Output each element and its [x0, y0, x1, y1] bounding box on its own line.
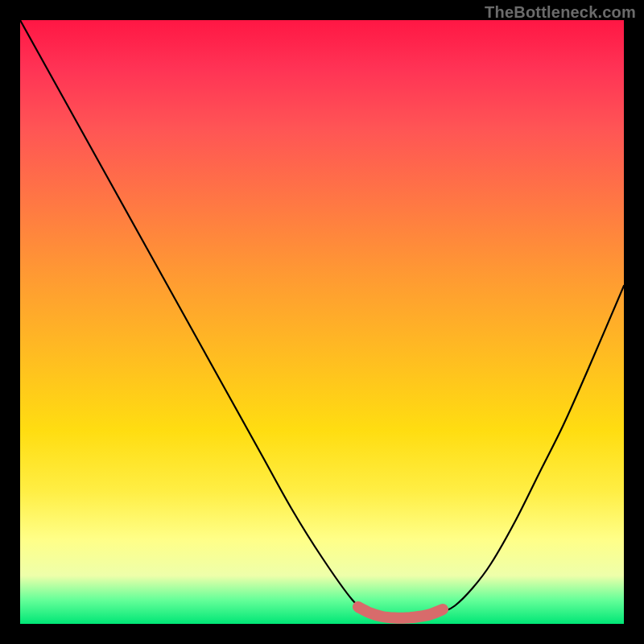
chart-container: TheBottleneck.com — [0, 0, 644, 644]
plot-area — [20, 20, 624, 624]
watermark-text: TheBottleneck.com — [485, 3, 636, 22]
optimal-zone-marker — [358, 607, 443, 618]
curve-svg — [20, 20, 624, 624]
bottleneck-curve — [20, 20, 624, 618]
